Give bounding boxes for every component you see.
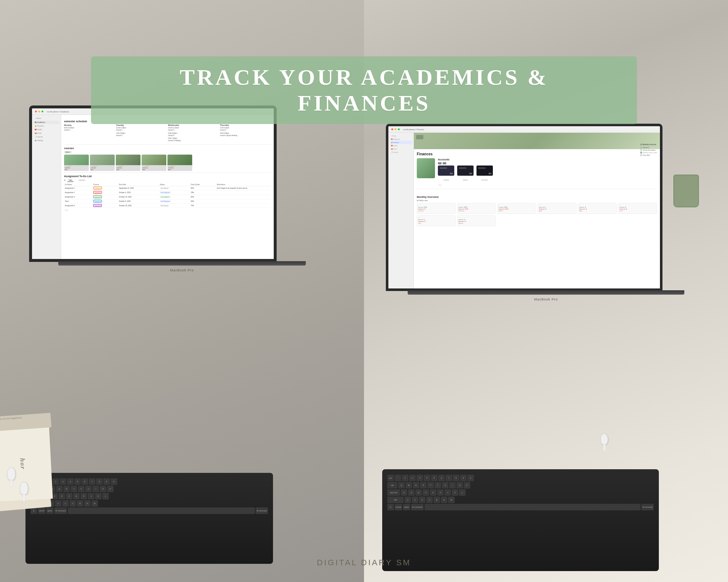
right-key-caps[interactable]: caps lock <box>387 489 400 496</box>
key-space[interactable] <box>68 507 255 514</box>
right-key-x[interactable]: X <box>412 497 418 503</box>
sidebar-nav-finances[interactable]: 💰 Finances <box>33 124 59 128</box>
right-key-f[interactable]: F <box>423 489 429 496</box>
right-key-o[interactable]: O <box>456 482 463 489</box>
sidebar-nav-health[interactable]: ❤️ Health <box>33 128 59 131</box>
right-key-c[interactable]: C <box>419 497 426 503</box>
sidebar-nav-academics[interactable]: 📚 Academics <box>33 121 59 124</box>
month-card-mar[interactable]: ♡ Income: $220 Expense: $150 March <box>497 203 536 214</box>
right-key-fn[interactable]: fn <box>387 504 394 510</box>
right-key-command-right[interactable]: ⌘ command <box>641 504 654 510</box>
key-5[interactable]: 5 <box>74 478 81 485</box>
right-key-space[interactable] <box>424 504 641 510</box>
key-d[interactable]: D <box>59 493 65 499</box>
month-card-jun[interactable]: ♡ Income: $ Expense: $ June <box>618 203 657 214</box>
course-card-4[interactable]: ♡ course 4 XXX223 80% <box>142 155 166 171</box>
key-3[interactable]: 3 <box>60 478 66 485</box>
right-key-y[interactable]: Y <box>435 482 441 489</box>
key-b[interactable]: B <box>77 500 83 507</box>
right-key-p[interactable]: P <box>464 482 470 489</box>
right-key-esc[interactable]: esc <box>387 475 394 481</box>
key-6[interactable]: 6 <box>82 478 88 485</box>
right-nav-goals[interactable]: 🎯 Goals <box>390 147 412 151</box>
tab-table[interactable]: Table <box>67 179 74 182</box>
month-card-may[interactable]: ♡ Income: $ Expense: $ May <box>578 203 617 214</box>
key-r[interactable]: R <box>63 486 70 492</box>
right-key-8[interactable]: 8 <box>453 475 459 481</box>
right-key-n[interactable]: N <box>441 497 447 503</box>
month-card-jul[interactable]: ♡ Income: $ Expense: $ July <box>417 215 456 226</box>
right-key-q[interactable]: Q <box>398 482 405 489</box>
right-key-k[interactable]: K <box>452 489 458 496</box>
key-8[interactable]: 8 <box>96 478 103 485</box>
key-p[interactable]: P <box>107 486 114 492</box>
course-card-3[interactable]: ♡ course 3 XXX456 80% <box>116 155 141 171</box>
sidebar-nav-home[interactable]: ⌂ Home <box>33 116 59 120</box>
tab-calendar[interactable]: Calendar <box>78 179 86 182</box>
key-7[interactable]: 7 <box>89 478 95 485</box>
month-card-feb[interactable]: ♡ Income: $300 Expense: $150 February <box>457 203 496 214</box>
right-key-s[interactable]: S <box>408 489 415 496</box>
sidebar-nav-settings[interactable]: ⚙️ Settings <box>33 139 59 142</box>
key-j[interactable]: J <box>88 493 94 499</box>
right-nav-journal[interactable]: 📝 Journal <box>390 151 412 154</box>
key-m[interactable]: M <box>91 500 98 507</box>
checkbox-3[interactable] <box>640 152 642 154</box>
right-key-control[interactable]: control <box>395 504 402 510</box>
key-command-right[interactable]: ⌘ command <box>256 507 268 514</box>
right-key-backtick[interactable]: ` <box>395 475 401 481</box>
gallery-view-label[interactable]: ⊞ Gallery view <box>417 200 428 202</box>
filter-sem1[interactable]: Sem 1 <box>64 151 72 154</box>
right-key-a[interactable]: A <box>401 489 407 496</box>
key-y[interactable]: Y <box>78 486 84 492</box>
checkbox-1[interactable] <box>640 147 642 148</box>
right-key-v[interactable]: V <box>426 497 433 503</box>
right-key-w[interactable]: W <box>405 482 412 489</box>
right-key-tab[interactable]: tab <box>387 482 397 489</box>
course-card-2[interactable]: ♡ course 2 XXX456 80% <box>90 155 115 171</box>
key-v[interactable]: V <box>70 500 76 507</box>
key-u[interactable]: U <box>85 486 92 492</box>
right-nav-finances[interactable]: 💰 Finances <box>390 141 412 144</box>
course-card-5[interactable]: ♡ course 5 XXX323 80% <box>167 155 192 171</box>
month-card-jan[interactable]: ♡ Income: $350 Expense: $ January <box>417 203 456 214</box>
key-9[interactable]: 9 <box>103 478 110 485</box>
month-card-aug[interactable]: ♡ Income: $ Expense: $ August <box>457 215 496 226</box>
key-h[interactable]: H <box>80 493 87 499</box>
key-n[interactable]: N <box>84 500 91 507</box>
right-key-1[interactable]: 1 <box>402 475 408 481</box>
right-key-4[interactable]: 4 <box>424 475 430 481</box>
key-k[interactable]: K <box>95 493 102 499</box>
key-t[interactable]: T <box>71 486 77 492</box>
account-card-checking[interactable] <box>438 166 454 176</box>
account-card-savings[interactable] <box>457 166 474 176</box>
right-key-i[interactable]: I <box>449 482 456 489</box>
right-key-5[interactable]: 5 <box>431 475 438 481</box>
right-key-u[interactable]: U <box>442 482 448 489</box>
right-key-l[interactable]: L <box>459 489 466 496</box>
right-key-d[interactable]: D <box>415 489 422 496</box>
key-4[interactable]: 4 <box>67 478 74 485</box>
course-card-1[interactable]: ♡ course 1 XXX325 80% <box>64 155 89 171</box>
right-key-2[interactable]: 2 <box>409 475 416 481</box>
key-i[interactable]: I <box>92 486 99 492</box>
right-key-t[interactable]: T <box>427 482 434 489</box>
right-key-command-left[interactable]: ⌘ command <box>411 504 424 510</box>
key-g[interactable]: G <box>73 493 80 499</box>
right-key-7[interactable]: 7 <box>446 475 452 481</box>
key-c[interactable]: C <box>62 500 69 507</box>
right-key-j[interactable]: J <box>444 489 451 496</box>
right-key-option[interactable]: option <box>403 504 410 510</box>
account-card-investments[interactable] <box>476 166 493 176</box>
add-account[interactable]: + New <box>438 184 657 186</box>
right-key-h[interactable]: H <box>437 489 444 496</box>
key-0[interactable]: 0 <box>111 478 117 485</box>
right-key-g[interactable]: G <box>430 489 436 496</box>
right-key-0[interactable]: 0 <box>467 475 474 481</box>
right-nav-health[interactable]: ❤️ Health <box>390 144 412 147</box>
right-key-e[interactable]: E <box>413 482 419 489</box>
right-nav-academics[interactable]: 📚 Academics <box>390 137 412 141</box>
key-f[interactable]: F <box>66 493 72 499</box>
sidebar-nav-goals[interactable]: 🎯 Goals <box>33 132 59 135</box>
right-nav-home[interactable]: ⌂ Home <box>390 134 412 137</box>
